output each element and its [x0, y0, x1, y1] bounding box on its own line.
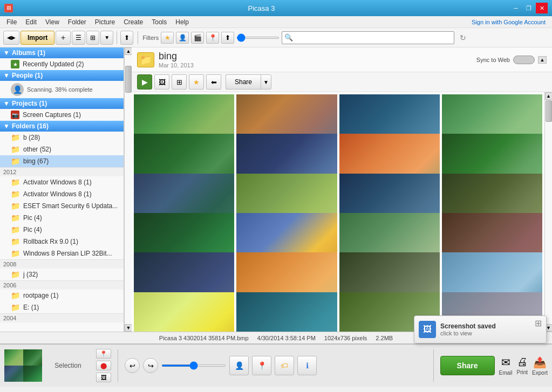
slideshow-btn[interactable]: 🖼 — [154, 74, 169, 90]
circle-btn[interactable]: ⬤ — [96, 361, 111, 370]
people-detect-btn[interactable]: 👤 — [229, 356, 249, 375]
geo-tag-btn[interactable]: 📍 — [252, 356, 271, 375]
person-filter-btn[interactable]: 👤 — [176, 32, 189, 44]
status-size: 2.2MB — [376, 335, 393, 341]
import-button[interactable]: Import — [21, 31, 54, 45]
bottom-middle: ↩ ↪ 👤 📍 🏷 ℹ — [125, 356, 427, 375]
menu-view[interactable]: View — [41, 17, 64, 27]
sidebar-projects-header[interactable]: ▼ Projects (1) — [0, 98, 124, 109]
folder-title-area: 📁 bing Mar 10, 2013 — [137, 51, 194, 68]
filter-slider[interactable] — [236, 37, 280, 39]
pin-btn[interactable]: 📍 — [96, 349, 111, 359]
minimize-button[interactable]: ─ — [510, 3, 522, 13]
sidebar-folder-windows8[interactable]: 📁 Windows 8 Persian LIP 32Bit... — [0, 247, 124, 259]
folder-icon: 📁 — [11, 291, 20, 300]
photo-thumb-22[interactable] — [236, 292, 337, 332]
sync-toggle[interactable] — [513, 56, 535, 64]
sync-scroll-up[interactable]: ▲ — [538, 56, 547, 64]
sidebar-item-screen-captures[interactable]: 📷 Screen Captures (1) — [0, 109, 124, 121]
upload-btn[interactable]: ⬆ — [120, 31, 133, 45]
upload-filter-btn[interactable]: ⬆ — [221, 32, 234, 44]
star-filter-btn[interactable]: ★ — [161, 32, 174, 44]
photo-thumb-21[interactable] — [134, 292, 234, 332]
year-2008-label: 2008 — [0, 259, 124, 269]
sidebar-folder-eset[interactable]: 📁 ESET Smart Security 6 Updata... — [0, 200, 124, 212]
rotate-right-btn[interactable]: ↪ — [143, 358, 158, 373]
sidebar-folders-header[interactable]: ▼ Folders (16) — [0, 121, 124, 132]
refresh-btn[interactable]: ↻ — [456, 32, 469, 44]
add-btn[interactable]: ＋ — [56, 31, 71, 45]
sidebar-people-header[interactable]: ▼ People (1) — [0, 70, 124, 81]
sidebar-item-recently-updated[interactable]: ★ Recently Updated (2) — [0, 58, 124, 70]
menu-folder[interactable]: Folder — [64, 17, 91, 27]
menu-items: File Edit View Folder Picture Create Too… — [2, 17, 193, 27]
sidebar-folder-bing[interactable]: 📁 bing (67) — [0, 155, 124, 167]
sync-label: Sync to Web — [476, 57, 510, 63]
screenshot-toast[interactable]: 🖼 Screenshot saved click to view ⊞ — [414, 315, 547, 343]
export-label: Export — [532, 370, 548, 376]
sidebar-folder-other[interactable]: 📁 other (52) — [0, 143, 124, 155]
export-action[interactable]: 📤 Export — [532, 356, 548, 376]
share-dropdown-btn[interactable]: ▼ — [261, 74, 271, 90]
sidebar-folder-e[interactable]: 📁 E: (1) — [0, 301, 124, 313]
bottom-bar: Selection 📍 ⬤ 🖼 ↩ ↪ 👤 📍 🏷 ℹ Share ✉ Emai… — [0, 343, 552, 387]
grid-view-btn[interactable]: ⊞ — [86, 31, 99, 45]
print-icon: 🖨 — [517, 356, 528, 368]
person-icon: 👤 — [11, 83, 24, 96]
grid-scroll-up[interactable]: ▲ — [545, 92, 553, 100]
back-forward-btn[interactable]: ◀▶ — [3, 31, 19, 45]
play-button[interactable]: ▶ — [137, 74, 152, 90]
search-icon: 🔍 — [284, 33, 293, 42]
menu-create[interactable]: Create — [119, 17, 147, 27]
menu-picture[interactable]: Picture — [91, 17, 119, 27]
share-green-button[interactable]: Share — [440, 356, 495, 375]
sidebar-folder-rollback[interactable]: 📁 Rollback Rx 9.0 (1) — [0, 236, 124, 247]
sidebar-folder-activator2[interactable]: 📁 Activator Windows 8 (1) — [0, 188, 124, 200]
list-view-btn[interactable]: ☰ — [72, 31, 85, 45]
search-box: 🔍 — [282, 31, 454, 44]
sidebar-albums-header[interactable]: ▼ Albums (1) — [0, 47, 124, 58]
share-main-btn[interactable]: Share — [226, 74, 261, 90]
sidebar-folder-pic2[interactable]: 📁 Pic (4) — [0, 224, 124, 236]
sidebar-folder-j[interactable]: 📁 j (32) — [0, 269, 124, 280]
movie-filter-btn[interactable]: 🎬 — [191, 32, 204, 44]
menu-edit[interactable]: Edit — [21, 17, 41, 27]
sidebar-folder-rootpage[interactable]: 📁 rootpage (1) — [0, 290, 124, 301]
sidebar-folder-activator1[interactable]: 📁 Activator Windows 8 (1) — [0, 176, 124, 188]
collage-btn[interactable]: ⊞ — [172, 74, 187, 90]
folders-header-label: Folders (16) — [12, 122, 49, 130]
content-area: 📁 bing Mar 10, 2013 Sync to Web ▲ ▶ 🖼 ⊞ … — [132, 47, 552, 332]
info-btn[interactable]: ℹ — [297, 356, 317, 375]
menu-file[interactable]: File — [2, 17, 21, 27]
scroll-up-btn[interactable]: ▲ — [125, 47, 132, 55]
menu-tools[interactable]: Tools — [147, 17, 171, 27]
rotate-btn[interactable]: ⬅ — [206, 74, 221, 90]
folder-icon: 📁 — [11, 237, 20, 246]
sign-in-link[interactable]: Sign in with Google Account — [472, 19, 550, 25]
view-dropdown-btn[interactable]: ▼ — [100, 31, 113, 45]
folder-icon: 📁 — [11, 178, 20, 187]
title-bar-left: 🖼 — [4, 4, 13, 12]
star-btn[interactable]: ★ — [189, 74, 204, 90]
main-layout: ▼ Albums (1) ★ Recently Updated (2) ▼ Pe… — [0, 47, 552, 332]
geo-filter-btn[interactable]: 📍 — [206, 32, 219, 44]
photo-select-btn[interactable]: 🖼 — [96, 373, 111, 382]
menu-help[interactable]: Help — [171, 17, 193, 27]
zoom-slider[interactable] — [161, 365, 226, 367]
scroll-down-btn[interactable]: ▼ — [125, 324, 132, 332]
close-button[interactable]: ✕ — [536, 3, 548, 13]
sidebar-folder-pic1[interactable]: 📁 Pic (4) — [0, 212, 124, 224]
grid-scrollbar[interactable]: ▲ ▼ — [544, 92, 552, 332]
toolbar-separator-2 — [138, 31, 138, 44]
rotate-left-btn[interactable]: ↩ — [125, 358, 140, 373]
toast-options-btn[interactable]: ⊞ — [535, 318, 542, 328]
search-input[interactable] — [293, 34, 452, 42]
folder-icon: 📁 — [11, 214, 20, 222]
sidebar-folder-b[interactable]: 📁 b (28) — [0, 132, 124, 143]
print-action[interactable]: 🖨 Print — [517, 356, 528, 375]
tags-btn[interactable]: 🏷 — [275, 356, 294, 375]
sidebar-scrollbar[interactable]: ▲ ▼ — [124, 47, 132, 332]
toast-text-area: Screenshot saved click to view — [440, 322, 496, 336]
restore-button[interactable]: ❐ — [523, 3, 535, 13]
app-icon: 🖼 — [4, 4, 13, 12]
